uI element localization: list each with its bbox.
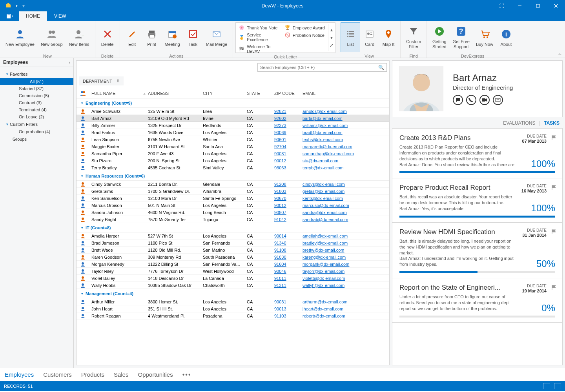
quick-letter-employee-award[interactable]: 🏆Employee Award <box>282 24 328 31</box>
col-header-icon[interactable] <box>77 91 89 96</box>
search-input[interactable] <box>260 65 378 70</box>
table-row[interactable]: Brett Wade1120 Old Mill Rd.San MarinoCA9… <box>77 247 389 254</box>
table-row[interactable]: Arthur Miller3800 Homer St.Los AngelesCA… <box>77 298 389 305</box>
search-icon[interactable]: 🔍 <box>378 65 384 70</box>
print-button[interactable]: Print <box>142 22 162 52</box>
quick-letter-probation[interactable]: 🚫Probation Notice <box>282 32 328 38</box>
bottom-nav-more[interactable]: ••• <box>182 371 191 378</box>
quick-letter-thank-you[interactable]: 🌸Thank You Note <box>237 24 282 31</box>
table-row[interactable]: Marcus Orbison501 N Main StLos AngelesCA… <box>77 202 389 209</box>
custom-filter-button[interactable]: Custom Filter <box>403 22 424 52</box>
mail-merge-button[interactable]: Mail Merge <box>203 22 230 52</box>
fullscreen-button[interactable] <box>493 0 511 11</box>
task-item[interactable]: Create 2013 R&D PlansDUE DATE07 Mar 2013… <box>392 129 562 178</box>
col-header-email[interactable]: EMAIL <box>300 91 389 96</box>
tab-tasks[interactable]: TASKS <box>544 120 560 126</box>
table-row[interactable]: Bart Arnaz13109 Old Myford RdIrvineCA926… <box>77 115 389 122</box>
table-row[interactable]: Wally Hobbs10385 Shadow Oak DrChatsworth… <box>77 282 389 289</box>
chat-button[interactable] <box>453 95 463 105</box>
table-row[interactable]: Arnie Schwartz125 W Elm StBreaCA92821arn… <box>77 108 389 115</box>
table-row[interactable]: Karen Goodson309 Monterey RdSouth Pasade… <box>77 254 389 261</box>
minimize-button[interactable] <box>511 0 529 11</box>
col-header-pin[interactable] <box>140 91 146 96</box>
table-row[interactable]: Greta Sims1700 S Grandview Dr.AlhambraCA… <box>77 188 389 195</box>
task-item[interactable]: Report on the State of Engineeri...DUE D… <box>392 278 562 323</box>
gallery-down-button[interactable]: ▾ <box>328 34 334 42</box>
video-button[interactable] <box>479 95 490 105</box>
bottom-nav-item[interactable]: Products <box>81 371 104 378</box>
tab-home[interactable]: HOME <box>19 11 47 21</box>
new-employee-button[interactable]: New Employee <box>2 22 38 52</box>
col-header-name[interactable]: FULL NAME <box>89 91 140 96</box>
app-menu-button[interactable] <box>2 11 19 21</box>
meeting-button[interactable]: Meeting <box>162 22 183 52</box>
app-menu-icon[interactable] <box>5 2 11 9</box>
table-row[interactable]: Samantha Piper200 E Ave 43Los AngelesCA9… <box>77 150 389 157</box>
bottom-nav-item[interactable]: Employees <box>5 371 34 378</box>
gallery-expand-button[interactable]: ⤢ <box>328 42 334 49</box>
bottom-nav-item[interactable]: Customers <box>43 371 72 378</box>
status-card-view-button[interactable] <box>554 383 561 389</box>
table-row[interactable]: Robert Reagan4 Westmoreland Pl.PasadenaC… <box>77 312 389 319</box>
task-button[interactable]: Task <box>183 22 203 52</box>
getting-started-button[interactable]: Getting Started <box>429 22 449 52</box>
group-row[interactable]: Engineering (Count=9) <box>77 98 389 108</box>
chevron-down-icon[interactable]: ▾ <box>16 4 18 8</box>
about-button[interactable]: iAbout <box>496 22 516 52</box>
table-row[interactable]: Sandra Johnson4600 N Virginia Rd.Long Be… <box>77 209 389 216</box>
ribbon-collapse-button[interactable]: ㅅ <box>558 51 562 57</box>
table-row[interactable]: Sandy Bright7570 McGroarty TerTujungaCA9… <box>77 216 389 223</box>
col-header-zip[interactable]: ZIP CODE <box>272 91 300 96</box>
close-button[interactable] <box>547 0 565 11</box>
sidebar-filter-item[interactable]: On Leave (2) <box>0 113 73 120</box>
status-list-view-button[interactable] <box>543 383 550 389</box>
new-items-button[interactable]: +New Items <box>66 22 93 52</box>
table-row[interactable]: Brad Jameson1100 Pico StSan FernandoCA91… <box>77 240 389 247</box>
email-button[interactable] <box>493 95 503 105</box>
list-view-button[interactable]: List <box>341 22 360 52</box>
table-row[interactable]: John Heart351 S Hill St.Los AngelesCA900… <box>77 305 389 312</box>
buy-now-button[interactable]: Buy Now <box>473 22 496 52</box>
table-row[interactable]: Maggie Boxter3101 W Harvard StSanta AnaC… <box>77 143 389 150</box>
table-row[interactable]: Violet Bailey1418 Descanso DrLa CanadaCA… <box>77 275 389 282</box>
table-row[interactable]: Billy Zimmer1325 Prospect DrRedlandsCA92… <box>77 122 389 129</box>
quick-letter-welcome[interactable]: 🏁Welcome To DevAV <box>237 44 282 54</box>
table-row[interactable]: Ken Samuelson12100 Mora DrSanta Fe Sprin… <box>77 195 389 202</box>
gallery-up-button[interactable]: ▴ <box>328 26 334 34</box>
task-item[interactable]: Prepare Product Recall ReportDUE DATE16 … <box>392 178 562 223</box>
table-row[interactable]: Stu Pizaro200 N. Spring StLos AngelesCA9… <box>77 157 389 164</box>
sidebar-filter-item[interactable]: Contract (3) <box>0 99 73 106</box>
table-row[interactable]: Brad Farkus1635 Woods DriveLos AngelesCA… <box>77 129 389 136</box>
table-row[interactable]: Amelia Harper527 W 7th StLos AngelesCA90… <box>77 232 389 240</box>
table-row[interactable]: Morgan Kennedy11222 Dilling StSan Fernan… <box>77 261 389 268</box>
quick-letter-service-excellence[interactable]: 🥇Service Excellence <box>237 32 282 43</box>
bottom-nav-item[interactable]: Sales <box>114 371 129 378</box>
new-group-button[interactable]: New Group <box>38 22 66 52</box>
task-item[interactable]: Review New HDMI SpecificationDUE DATE31 … <box>392 223 562 278</box>
sidebar-custom-filter-item[interactable]: On probation (4) <box>0 128 73 135</box>
table-row[interactable]: Leah Simpson6755 Newlin AveWhittierCA906… <box>77 136 389 143</box>
table-row[interactable]: Terry Bradley4595 Cochran StSimi ValleyC… <box>77 164 389 171</box>
col-header-state[interactable]: STATE <box>244 91 272 96</box>
sidebar-filter-item[interactable]: All (51) <box>0 78 73 85</box>
bottom-nav-item[interactable]: Opportunities <box>138 371 173 378</box>
group-panel[interactable]: DEPARTMENT⬆ <box>77 74 389 88</box>
custom-filters-expander[interactable]: ▾Custom Filters <box>0 120 73 128</box>
tab-evaluations[interactable]: EVALUATIONS <box>503 120 535 126</box>
edit-button[interactable]: Edit <box>122 22 142 52</box>
card-view-button[interactable]: Card <box>360 22 379 52</box>
group-row[interactable]: Management (Count=4) <box>77 289 389 298</box>
col-header-city[interactable]: CITY <box>200 91 244 96</box>
maximize-button[interactable] <box>529 0 547 11</box>
sidebar-filter-item[interactable]: Terminated (4) <box>0 106 73 113</box>
groups-node[interactable]: Groups <box>0 135 73 143</box>
group-row[interactable]: IT (Count=8) <box>77 223 389 232</box>
chevron-left-icon[interactable]: ‹ <box>69 60 70 65</box>
sidebar-filter-item[interactable]: Commission (5) <box>0 92 73 99</box>
get-free-support-button[interactable]: ?Get Free Support <box>450 22 473 52</box>
sidebar-filter-item[interactable]: Salaried (37) <box>0 85 73 92</box>
table-row[interactable]: Taylor Riley7776 Torreyson DrWest Hollyw… <box>77 268 389 275</box>
search-box[interactable]: 🔍 <box>257 63 387 72</box>
tab-view[interactable]: VIEW <box>47 11 73 21</box>
col-header-address[interactable]: ADDRESS <box>146 91 200 96</box>
